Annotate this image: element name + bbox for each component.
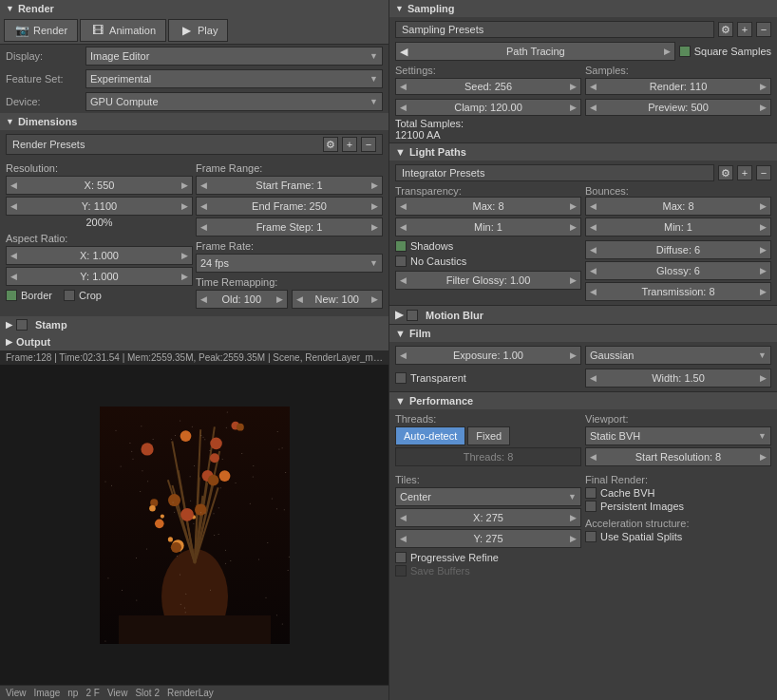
view2-label[interactable]: View [107,688,128,698]
motion-blur-checkbox[interactable] [407,310,418,321]
save-buffers-checkbox[interactable] [395,565,407,577]
stamp-checkbox[interactable] [16,319,28,331]
presets-add-btn[interactable]: + [342,137,357,152]
aspect-x-field[interactable]: ◀ X: 1.000 ▶ [6,246,193,265]
viewport-col: Viewport: Static BVH ▼ ◀ Start Resolutio… [585,413,771,466]
filter-right: ▶ [570,275,577,285]
output-collapse-arrow[interactable]: ▶ [6,337,12,347]
dimensions-collapse-arrow[interactable]: ▼ [6,117,14,126]
sampling-collapse-arrow[interactable]: ▼ [395,4,404,13]
bounces-min-right: ▶ [760,222,767,232]
old-field[interactable]: ◀ Old: 100 ▶ [196,290,288,309]
viewport-dropdown[interactable]: Static BVH ▼ [585,426,771,445]
start-resolution-field[interactable]: ◀ Start Resolution: 8 ▶ [585,447,771,466]
animation-button[interactable]: 🎞 Animation [80,19,166,42]
render-samples-field[interactable]: ◀ Render: 110 ▶ [585,78,771,95]
square-samples-checkbox[interactable] [679,46,691,57]
res-x-right-arrow: ▶ [181,180,188,190]
trans-max-left: ◀ [400,201,407,211]
bounces-max-field[interactable]: ◀ Max: 8 ▶ [585,197,771,216]
no-caustics-checkbox[interactable] [395,255,407,267]
res-y-field[interactable]: ◀ Y: 1100 ▶ [6,197,193,216]
crop-checkbox[interactable] [64,290,75,301]
glossy-field[interactable]: ◀ Glossy: 6 ▶ [585,261,771,280]
seed-left-arrow: ◀ [400,82,407,91]
film-arrow[interactable]: ▼ [395,328,406,339]
seed-field[interactable]: ◀ Seed: 256 ▶ [395,78,581,95]
aspect-y-field[interactable]: ◀ Y: 1.000 ▶ [6,267,193,286]
glossy-value: Glossy: 6 [597,265,760,276]
performance-arrow[interactable]: ▼ [395,395,406,407]
trans-max-field[interactable]: ◀ Max: 8 ▶ [395,197,581,216]
tiles-dropdown[interactable]: Center ▼ [395,487,581,506]
film-filter-col: Gaussian ▼ [585,346,771,365]
transparent-checkbox[interactable] [395,372,407,384]
view-label[interactable]: View [6,688,27,698]
np-label: np [67,688,78,698]
right-panel: ▼ Sampling Sampling Presets ⚙ + − ◀ Path… [389,0,777,700]
transmission-field[interactable]: ◀ Transmission: 8 ▶ [585,282,771,301]
end-frame-value: End Frame: 250 [207,200,371,212]
image-label[interactable]: Image [34,688,61,698]
integrator-settings-btn[interactable]: ⚙ [718,165,733,180]
sampling-add-btn[interactable]: + [737,22,752,37]
device-value: GPU Compute [90,96,159,107]
start-frame-field[interactable]: ◀ Start Frame: 1 ▶ [196,176,383,195]
sampling-settings-btn[interactable]: ⚙ [718,22,733,37]
cache-bvh-checkbox[interactable] [585,487,597,499]
filter-glossy-value: Filter Glossy: 1.00 [407,274,570,286]
width-field[interactable]: ◀ Width: 1.50 ▶ [585,369,771,388]
clamp-field[interactable]: ◀ Clamp: 120.00 ▶ [395,99,581,116]
slot2-label[interactable]: Slot 2 [135,688,160,698]
exposure-field[interactable]: ◀ Exposure: 1.00 ▶ [395,346,581,365]
fixed-btn[interactable]: Fixed [467,426,510,445]
filter-glossy-field[interactable]: ◀ Filter Glossy: 1.00 ▶ [395,271,581,290]
tile-y-field[interactable]: ◀ Y: 275 ▶ [395,529,581,548]
integrator-add-btn[interactable]: + [737,165,752,180]
use-spatial-checkbox[interactable] [585,531,597,542]
shadows-checkbox[interactable] [395,240,407,252]
aspect-y-value: Y: 1.000 [17,271,181,282]
border-checkbox[interactable] [6,290,17,301]
display-dropdown[interactable]: Image Editor ▼ [85,47,383,66]
autodetect-btn[interactable]: Auto-detect [395,426,465,445]
filter-dropdown[interactable]: Gaussian ▼ [585,346,771,365]
end-frame-field[interactable]: ◀ End Frame: 250 ▶ [196,197,383,216]
tile-x-field[interactable]: ◀ X: 275 ▶ [395,508,581,527]
aspect-label: Aspect Ratio: [6,233,193,244]
sampling-remove-btn[interactable]: − [756,22,771,37]
diffuse-field[interactable]: ◀ Diffuse: 6 ▶ [585,240,771,259]
frame-rate-dropdown[interactable]: 24 fps ▼ [196,254,383,273]
render-collapse-arrow[interactable]: ▼ [6,4,14,13]
bounces-min-field[interactable]: ◀ Min: 1 ▶ [585,218,771,236]
motion-blur-arrow[interactable]: ▶ [395,309,403,321]
film-exposure-filter-row: ◀ Exposure: 1.00 ▶ Gaussian ▼ [389,342,777,369]
method-dropdown[interactable]: ◀ Path Tracing ▶ [395,42,675,61]
old-right-arrow: ▶ [276,294,283,304]
integrator-remove-btn[interactable]: − [756,165,771,180]
trans-min-right: ▶ [570,222,577,232]
stamp-collapse-arrow[interactable]: ▶ [6,320,12,330]
persistent-images-checkbox[interactable] [585,501,597,512]
presets-remove-btn[interactable]: − [361,137,376,152]
feature-dropdown[interactable]: Experimental ▼ [85,69,383,88]
device-label: Device: [6,96,82,107]
light-paths-header: ▼ Light Paths [389,142,777,161]
accel-label: Acceleration structure: [585,518,689,529]
res-x-field[interactable]: ◀ X: 550 ▶ [6,176,193,195]
play-button[interactable]: ▶ Play [168,19,228,42]
render-button[interactable]: 📷 Render [4,19,78,42]
progressive-refine-checkbox[interactable] [395,552,407,563]
new-field[interactable]: ◀ New: 100 ▶ [292,290,384,309]
presets-settings-btn[interactable]: ⚙ [323,137,338,152]
renderlayer-label[interactable]: RenderLay [167,688,214,698]
filter-dropdown-arrow: ▼ [758,350,767,360]
light-paths-arrow[interactable]: ▼ [395,146,406,158]
frame-step-field[interactable]: ◀ Frame Step: 1 ▶ [196,218,383,236]
transparent-wrapper: Transparent [395,369,581,388]
trans-min-field[interactable]: ◀ Min: 1 ▶ [395,218,581,236]
preview-samples-field[interactable]: ◀ Preview: 500 ▶ [585,99,771,116]
render-preview-area [0,365,388,685]
device-dropdown[interactable]: GPU Compute ▼ [85,92,383,111]
threads-val: Threads: 8 [400,451,577,463]
